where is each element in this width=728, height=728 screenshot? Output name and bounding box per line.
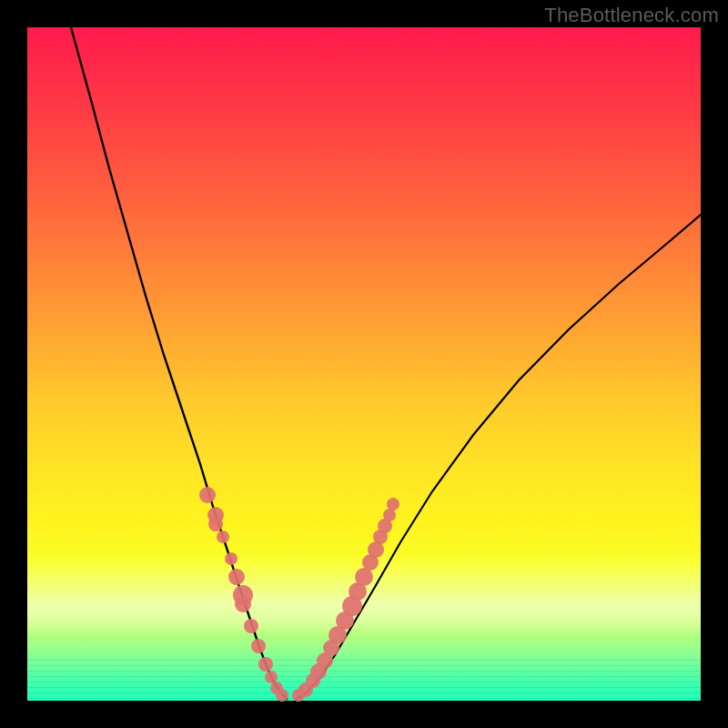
data-dot <box>199 487 216 503</box>
outer-frame: TheBottleneck.com <box>0 0 728 728</box>
data-dot <box>225 552 238 565</box>
data-dot <box>228 569 245 585</box>
data-dot <box>387 498 399 511</box>
plot-area <box>27 27 701 701</box>
dots-right <box>292 498 399 702</box>
left-curve <box>71 27 287 699</box>
data-dot <box>244 619 258 633</box>
data-dot <box>208 517 223 531</box>
dots-left <box>199 487 288 702</box>
chart-svg <box>27 27 701 701</box>
right-curve <box>297 215 701 699</box>
data-dot <box>217 531 229 543</box>
data-dot <box>251 639 266 653</box>
data-dot <box>383 509 396 521</box>
curve-group <box>71 27 701 699</box>
data-dot <box>258 657 273 672</box>
data-dot <box>265 671 278 683</box>
data-dot <box>276 689 288 702</box>
watermark-text: TheBottleneck.com <box>544 4 719 27</box>
data-dot <box>235 596 251 612</box>
